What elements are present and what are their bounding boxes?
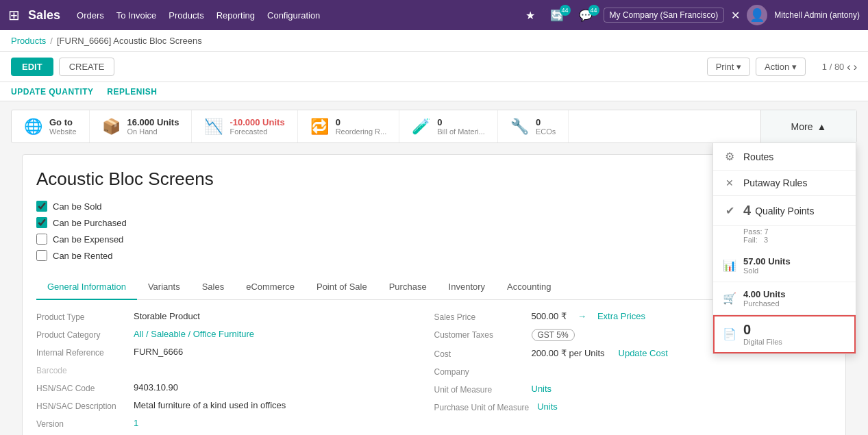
can-be-rented-checkbox[interactable] xyxy=(36,250,47,261)
tab-purchase[interactable]: Purchase xyxy=(378,275,438,300)
smart-button-bar: UPDATE QUANTITY REPLENISH xyxy=(0,82,868,101)
field-barcode: Barcode xyxy=(36,364,423,375)
units-purchased-value: 4.00 Units xyxy=(743,289,785,299)
cost-label: Cost xyxy=(434,348,523,359)
hsn-code-value: 9403.10.90 xyxy=(134,382,178,393)
cost-value: 200.00 ₹ per Units xyxy=(532,348,605,358)
field-purchase-unit-of-measure: Purchase Unit of Measure Units xyxy=(434,401,821,412)
stat-forecasted[interactable]: 📉 -10.000 Units Forecasted xyxy=(192,110,297,142)
avatar: 👤 xyxy=(747,5,767,25)
units-sold-value: 57.00 Units xyxy=(743,256,791,266)
tab-inventory[interactable]: Inventory xyxy=(438,275,496,300)
action-button[interactable]: Action ▾ xyxy=(756,58,806,76)
stat-reordering[interactable]: 🔁 0 Reordering R... xyxy=(298,110,400,142)
product-category-value[interactable]: All / Saleable / Office Furniture xyxy=(134,329,254,339)
routes-label: Routes xyxy=(743,151,773,162)
nav-reporting[interactable]: Reporting xyxy=(216,10,255,21)
next-record-button[interactable]: › xyxy=(854,61,857,73)
bar-chart-icon: 📊 xyxy=(723,259,736,272)
nav-products[interactable]: Products xyxy=(169,10,203,21)
version-label: Version xyxy=(36,418,125,429)
nav-configuration[interactable]: Configuration xyxy=(267,10,320,21)
create-button[interactable]: CREATE xyxy=(59,58,115,76)
tab-accounting[interactable]: Accounting xyxy=(496,275,562,300)
field-hsn-description: HSN/SAC Description Metal furniture of a… xyxy=(36,400,423,411)
company-selector[interactable]: My Company (San Francisco) xyxy=(604,8,725,23)
dropdown-quality-points[interactable]: ✔ 4 Quality Points xyxy=(713,196,856,226)
star-button[interactable]: ★ xyxy=(521,8,539,23)
form-left: Product Type Storable Product Product Ca… xyxy=(36,311,434,435)
update-cost-link[interactable]: Update Cost xyxy=(619,348,668,358)
refresh-button[interactable]: 🔄 44 xyxy=(546,8,568,23)
stat-bom[interactable]: 🧪 0 Bill of Materi... xyxy=(399,110,498,142)
routes-icon: ⚙ xyxy=(723,150,736,163)
app-name: Sales xyxy=(28,8,60,23)
breadcrumb-parent[interactable]: Products xyxy=(11,36,46,46)
dropdown-routes[interactable]: ⚙ Routes xyxy=(713,143,856,171)
close-button[interactable]: ✕ xyxy=(731,9,740,22)
units-purchased-label: Purchased xyxy=(743,299,785,308)
user-name[interactable]: Mitchell Admin (antony) xyxy=(774,10,860,20)
company-label: Company xyxy=(434,366,523,377)
tab-general-information[interactable]: General Information xyxy=(36,275,137,300)
putaway-icon: ✕ xyxy=(723,177,736,188)
arrow-icon: → xyxy=(578,311,586,321)
tab-variants[interactable]: Variants xyxy=(137,275,191,300)
dropdown-units-purchased[interactable]: 🛒 4.00 Units Purchased xyxy=(713,282,856,315)
more-button[interactable]: More ▲ ⚙ Routes ✕ Putaway Rules xyxy=(760,110,856,142)
can-be-sold-checkbox[interactable] xyxy=(36,201,47,212)
chat-button[interactable]: 💬 44 xyxy=(575,8,597,23)
version-value[interactable]: 1 xyxy=(134,418,138,428)
nav-to-invoice[interactable]: To Invoice xyxy=(116,10,157,21)
field-product-type: Product Type Storable Product xyxy=(36,311,423,322)
nav-right: ★ 🔄 44 💬 44 My Company (San Francisco) ✕… xyxy=(521,5,860,25)
stat-go-to-website[interactable]: 🌐 Go to Website xyxy=(12,110,90,142)
quality-pass-fail: Pass: 7Fail: 3 xyxy=(713,226,856,249)
field-version: Version 1 xyxy=(36,418,423,429)
reorder-icon: 🔁 xyxy=(310,118,329,136)
product-type-label: Product Type xyxy=(36,311,125,322)
replenish-button[interactable]: REPLENISH xyxy=(107,87,157,97)
field-company: Company xyxy=(434,366,821,377)
prev-record-button[interactable]: ‹ xyxy=(847,61,850,73)
record-counter: 1 / 80 ‹ › xyxy=(822,61,857,73)
product-category-label: Product Category xyxy=(36,329,125,340)
gst-badge: GST 5% xyxy=(532,329,575,341)
can-be-expensed-checkbox[interactable] xyxy=(36,234,47,245)
stat-ecos[interactable]: 🔧 0 ECOs xyxy=(498,110,569,142)
digital-files-count: 0 xyxy=(743,322,782,338)
dropdown-units-sold[interactable]: 📊 57.00 Units Sold xyxy=(713,249,856,282)
can-be-expensed-label: Can be Expensed xyxy=(53,234,123,245)
dropdown-digital-files[interactable]: 📄 0 Digital Files xyxy=(713,315,856,353)
tab-sales[interactable]: Sales xyxy=(191,275,236,300)
unit-of-measure-label: Unit of Measure xyxy=(434,384,523,395)
quality-label: Quality Points xyxy=(755,206,814,216)
can-be-purchased-checkbox[interactable] xyxy=(36,217,47,228)
unit-of-measure-value[interactable]: Units xyxy=(532,384,552,394)
barcode-label: Barcode xyxy=(36,364,125,375)
purchase-unit-value[interactable]: Units xyxy=(537,401,558,412)
app-grid-icon[interactable]: ⊞ xyxy=(8,7,20,23)
tab-ecommerce[interactable]: eCommerce xyxy=(235,275,306,300)
update-quantity-button[interactable]: UPDATE QUANTITY xyxy=(11,87,94,97)
nav-orders[interactable]: Orders xyxy=(77,10,104,21)
breadcrumb-separator: / xyxy=(50,36,53,46)
customer-taxes-label: Customer Taxes xyxy=(434,329,523,340)
more-dropdown-panel: ⚙ Routes ✕ Putaway Rules ✔ 4 Quality Poi… xyxy=(712,142,856,354)
tab-point-of-sale[interactable]: Point of Sale xyxy=(306,275,378,300)
stat-on-hand[interactable]: 📦 16.000 Units On Hand xyxy=(90,110,193,142)
dropdown-putaway-rules[interactable]: ✕ Putaway Rules xyxy=(713,171,856,196)
globe-icon: 🌐 xyxy=(24,118,42,136)
field-hsn-code: HSN/SAC Code 9403.10.90 xyxy=(36,382,423,393)
quality-count: 4 xyxy=(743,203,751,219)
extra-prices-link[interactable]: Extra Prices xyxy=(597,311,645,321)
edit-button[interactable]: EDIT xyxy=(11,58,53,76)
purchase-unit-label: Purchase Unit of Measure xyxy=(434,401,530,412)
sales-price-value: 500.00 ₹ xyxy=(532,311,567,321)
field-unit-of-measure: Unit of Measure Units xyxy=(434,384,821,395)
print-button[interactable]: Print ▾ xyxy=(707,58,750,76)
breadcrumb: Products / [FURN_6666] Acoustic Bloc Scr… xyxy=(0,30,868,52)
refresh-badge: 44 xyxy=(560,5,571,16)
page-wrap: ⊞ Sales Orders To Invoice Products Repor… xyxy=(0,0,868,435)
can-be-rented-label: Can be Rented xyxy=(53,251,112,261)
